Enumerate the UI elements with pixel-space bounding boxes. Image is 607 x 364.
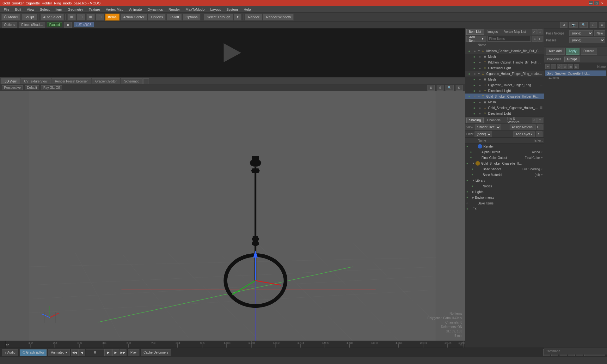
audio-button[interactable]: ♪ Audio	[2, 349, 18, 356]
shading-list-content[interactable]: ● Render ● Alpha Output Alpha ▾ ●	[465, 143, 544, 348]
auto-select-button[interactable]: Auto Select	[40, 14, 64, 21]
select-through-button[interactable]: Select Through	[204, 14, 233, 21]
sculpt-button[interactable]: Sculpt	[21, 14, 37, 21]
search-icon-btn[interactable]: 🔍	[579, 22, 588, 28]
animated-button[interactable]: Animated ▾	[48, 349, 70, 356]
shade-row-lights[interactable]: ● ▶ Lights	[465, 189, 544, 195]
menu-render[interactable]: Render	[166, 7, 182, 12]
perspective-label[interactable]: Perspective	[2, 85, 23, 90]
auto-add-button[interactable]: Auto Add	[546, 48, 565, 55]
paused-toggle[interactable]: ⏸	[64, 22, 72, 28]
menu-select[interactable]: Select	[37, 7, 52, 12]
vis-icon-12[interactable]: ●	[471, 112, 477, 115]
shade-dropdown-basematerial[interactable]: ▾	[541, 173, 543, 176]
item-row[interactable]: ● ● ▼ ⬡ Cigarette_Holder_Finger_Ring_mod…	[465, 71, 544, 76]
toolbar-icon-3[interactable]: ⊞	[86, 14, 95, 21]
toolbar-icon-2[interactable]: ⊟	[77, 14, 85, 21]
settings-icon-btn[interactable]: ⚙	[560, 22, 567, 28]
item-row[interactable]: ● ● ▼ ⬡ Kitchen_Cabinet_Handle_Bin_Pull_…	[465, 48, 544, 54]
shade-exp-lights[interactable]: ▶	[472, 190, 474, 193]
menu-animate[interactable]: Animate	[126, 7, 144, 12]
vis-icon-11[interactable]: ●	[471, 106, 477, 110]
vp-gear-icon[interactable]: ⚙	[456, 85, 463, 91]
minimize-btn[interactable]: —	[589, 1, 593, 5]
action-center-button[interactable]: Action Center	[120, 14, 147, 21]
play-button[interactable]: Play	[128, 349, 139, 356]
vis-icon-3[interactable]: ●	[471, 61, 477, 64]
shade-vis-render[interactable]: ●	[466, 145, 472, 148]
shade-vis-fx[interactable]: ●	[466, 207, 472, 210]
panel-expand-icon[interactable]: ⤢	[532, 29, 537, 34]
item-row[interactable]: ● ● ☀ Directional Light	[465, 88, 544, 94]
shade-row-library[interactable]: ● ▼ Library	[465, 178, 544, 183]
tab-render-preset-browser[interactable]: Render Preset Browser	[52, 78, 91, 84]
select-through-options-button[interactable]: ▾	[234, 14, 242, 21]
render-button[interactable]: Render	[245, 14, 262, 21]
camera-icon-btn[interactable]: 📷	[569, 22, 578, 28]
falloff-button[interactable]: Falloff	[167, 14, 182, 21]
tab-3d-view[interactable]: 3D View	[1, 78, 20, 84]
tab-schematic[interactable]: Schematic	[121, 78, 143, 84]
item-row[interactable]: ● ● ☀ Directional Light	[465, 111, 544, 116]
menu-item[interactable]: Item	[53, 7, 64, 12]
add-layer-button[interactable]: Add Layer ▾	[513, 131, 535, 137]
vis-icon-2[interactable]: ●	[471, 55, 477, 58]
filter-select[interactable]: (none)	[475, 131, 492, 137]
shade-exp-library[interactable]: ▼	[472, 179, 475, 182]
tab-shading[interactable]: Shading	[466, 118, 484, 123]
item-row[interactable]: ● ● ⬡ Kitchen_Cabinet_Handle_Bin_Pull_Cl…	[465, 59, 544, 65]
shade-exp-gold[interactable]: ▼	[472, 162, 475, 165]
maximize-btn[interactable]: □	[594, 1, 599, 5]
pass-groups-select[interactable]: (none)	[569, 30, 593, 36]
f-button[interactable]: F	[537, 36, 543, 42]
item-row[interactable]: ● ● ⬡ Cigarette_Holder_Finger_Ring ☰	[465, 82, 544, 88]
shade-row-environments[interactable]: ● ▶ Environments	[465, 195, 544, 200]
toolbar-icon-1[interactable]: ⊞	[67, 14, 76, 21]
shade-dropdown-baseshader[interactable]: ▾	[541, 168, 543, 171]
tab-channels[interactable]: Channels	[484, 118, 503, 123]
shading-float-icon[interactable]: ⬡	[537, 118, 543, 123]
groups-folder-btn[interactable]: ⬡	[557, 64, 562, 69]
shade-vis-lights[interactable]: ●	[466, 190, 472, 193]
menu-file[interactable]: File	[1, 7, 12, 12]
menu-geometry[interactable]: Geometry	[65, 7, 85, 12]
vis-icon-10[interactable]: ●	[471, 100, 477, 104]
shade-exp-environments[interactable]: ▶	[472, 196, 474, 199]
vp-search-icon[interactable]: 🔍	[445, 85, 454, 91]
next-key-button[interactable]: ▶▶	[120, 349, 126, 356]
play-triangle[interactable]	[224, 43, 241, 62]
vis-icon-4[interactable]: ●	[471, 66, 477, 70]
shade-row-nodes[interactable]: ● Nodes	[465, 183, 544, 189]
shade-row-alpha[interactable]: ● Alpha Output Alpha ▾	[465, 149, 544, 155]
tab-info-statistics[interactable]: Info & Statistics	[504, 118, 531, 123]
groups-item[interactable]: Gold_Smoker_Cigarette_Hol...	[545, 70, 606, 76]
item-row-selected[interactable]: ● ● ▼ ⬡ Gold_Smoker_Cigarette_Holder_Ri.…	[465, 94, 544, 99]
cache-deformers-button[interactable]: Cache Deformers	[141, 349, 171, 356]
tab-uv-texture-view[interactable]: UV Texture View	[21, 78, 51, 84]
shade-row-render[interactable]: ● Render	[465, 143, 544, 149]
menu-dynamics[interactable]: Dynamics	[145, 7, 165, 12]
timeline-ruler[interactable]: 0 12 24 36 48 60 72 84 96	[6, 341, 465, 348]
vis-icon-9[interactable]: ●	[466, 95, 472, 98]
shade-row-basematerial[interactable]: ● Base Material (all) ▾	[465, 172, 544, 178]
toolbar-icon-4[interactable]: ⊟	[96, 14, 104, 21]
ray-gl-label[interactable]: Ray GL: Off	[41, 85, 62, 90]
view-select[interactable]: Shader Tree	[475, 124, 501, 130]
next-frame-button[interactable]: ▶	[112, 349, 119, 356]
new-pass-group-button[interactable]: New	[594, 30, 605, 36]
s-filter-button[interactable]: S	[536, 131, 543, 137]
menu-maxtomodo[interactable]: MaxToModo	[183, 7, 207, 12]
shade-dropdown-alpha[interactable]: ▾	[541, 151, 543, 154]
menu-layout[interactable]: Layout	[208, 7, 223, 12]
vp-settings-icon[interactable]: ⚙	[427, 85, 435, 91]
shade-vis-baseshader[interactable]: ●	[471, 167, 477, 171]
groups-remove-btn[interactable]: -	[551, 64, 556, 69]
close-btn[interactable]: ✕	[600, 1, 604, 5]
menu-view[interactable]: View	[24, 7, 37, 12]
items-button[interactable]: Items	[105, 14, 120, 21]
frame-input[interactable]	[86, 349, 105, 356]
f-shading-button[interactable]: F	[537, 124, 543, 130]
shading-expand-icon[interactable]: ⤢	[532, 118, 537, 123]
groups-add-btn[interactable]: +	[545, 64, 550, 69]
action-center-options-button[interactable]: Options	[148, 14, 166, 21]
